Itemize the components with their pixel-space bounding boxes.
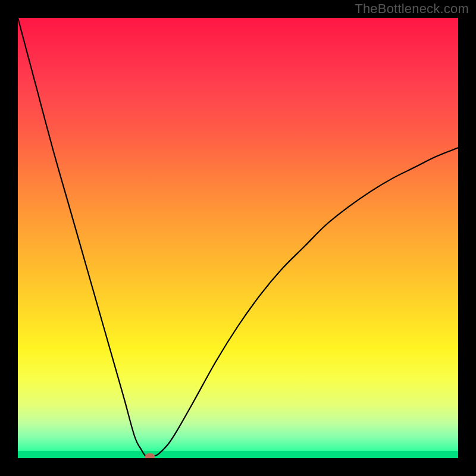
bottleneck-curve	[18, 18, 458, 457]
plot-area	[18, 18, 458, 458]
curve-svg	[18, 18, 458, 458]
watermark-text: TheBottleneck.com	[355, 1, 469, 17]
chart-container: TheBottleneck.com	[0, 0, 476, 476]
optimum-marker	[145, 453, 155, 458]
